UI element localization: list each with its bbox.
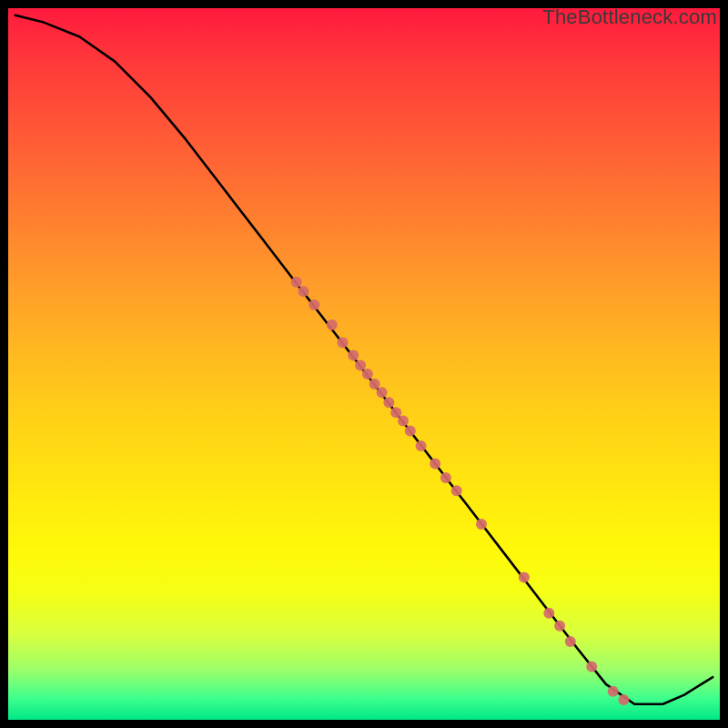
svg-point-14 (416, 440, 427, 451)
svg-point-4 (338, 338, 349, 349)
svg-point-10 (383, 397, 394, 408)
svg-point-9 (377, 387, 388, 398)
svg-point-18 (476, 519, 487, 530)
svg-point-20 (543, 608, 554, 619)
marker-points (291, 277, 630, 705)
svg-point-17 (451, 485, 462, 496)
watermark-label: TheBottleneck.com (542, 5, 717, 29)
svg-point-1 (298, 286, 309, 297)
svg-point-5 (348, 350, 359, 361)
chart-frame: TheBottleneck.com (0, 0, 728, 728)
svg-point-7 (362, 369, 373, 379)
chart-overlay (0, 0, 728, 728)
svg-point-25 (618, 694, 629, 705)
curve-line (15, 15, 713, 704)
svg-point-23 (586, 661, 597, 672)
svg-point-2 (308, 299, 319, 310)
svg-point-13 (405, 426, 416, 437)
svg-point-8 (369, 379, 380, 389)
svg-point-11 (390, 407, 401, 418)
svg-point-3 (327, 319, 338, 330)
svg-point-0 (291, 277, 302, 288)
svg-point-22 (565, 636, 576, 647)
svg-point-19 (519, 572, 530, 583)
svg-point-15 (430, 459, 440, 470)
svg-point-12 (398, 416, 409, 427)
svg-point-16 (440, 472, 451, 483)
svg-point-6 (355, 360, 366, 371)
svg-point-21 (554, 621, 565, 632)
svg-point-24 (608, 686, 619, 697)
